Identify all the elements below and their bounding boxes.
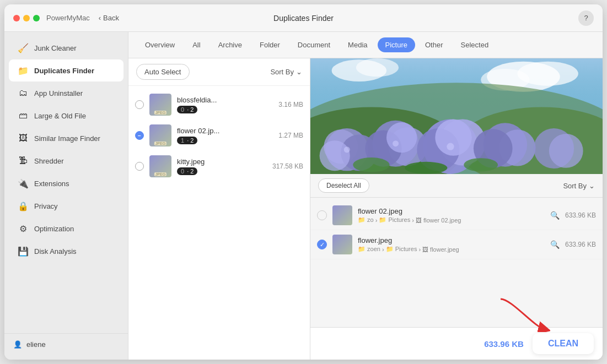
sidebar-footer: 👤 eliene <box>4 333 128 355</box>
file-info-2: kitty.jpeg 0 · 2 <box>177 157 267 175</box>
maximize-button[interactable] <box>33 15 40 21</box>
sidebar-icon-9: 💾 <box>18 246 29 257</box>
tab-bar: OverviewAllArchiveFolderDocumentMediaPic… <box>128 32 603 58</box>
sort-chevron-icon: ⌄ <box>296 68 302 76</box>
main-window: PowerMyMac ‹ Back Duplicates Finder ? 🧹 … <box>4 4 603 360</box>
preview-checkbox-0[interactable] <box>317 210 327 220</box>
sort-by-label: Sort By <box>270 68 294 76</box>
file-list-item[interactable]: JPEG blossfeldia... 0 · 2 3.16 MB <box>128 89 310 120</box>
sidebar-label-5: Shredder <box>34 157 63 165</box>
titlebar: PowerMyMac ‹ Back Duplicates Finder ? <box>4 4 603 32</box>
preview-checkbox-1[interactable]: ✓ <box>317 240 327 249</box>
sidebar-item-privacy[interactable]: 🔒 Privacy <box>9 195 123 217</box>
auto-select-button[interactable]: Auto Select <box>136 64 190 80</box>
preview-file-info-1: flower.jpeg 📁 zoen › 📁 Pictures › 🖼 flow… <box>358 236 545 253</box>
help-button[interactable]: ? <box>578 10 594 26</box>
svg-point-30 <box>353 157 389 172</box>
preview-file-name-1: flower.jpeg <box>358 236 545 245</box>
file-list-header: Auto Select Sort By ⌄ <box>128 58 310 86</box>
preview-sort-chevron-icon: ⌄ <box>589 182 595 190</box>
file-list-item[interactable]: − JPEG flower 02.jp... 1 · 2 1.27 MB <box>128 120 310 151</box>
sidebar-icon-7: 🔒 <box>18 200 29 211</box>
tab-archive[interactable]: Archive <box>211 37 250 52</box>
badge-a-2: 0 · 2 <box>177 167 197 175</box>
sidebar-icon-8: ⚙ <box>18 223 29 234</box>
file-checkbox-1[interactable]: − <box>135 131 144 140</box>
sidebar-item-app-uninstaller[interactable]: 🗂 App Uninstaller <box>9 82 123 104</box>
file-badges-2: 0 · 2 <box>177 167 267 175</box>
path-folder-icon-1: 📁 zoen <box>358 246 380 253</box>
deselect-all-button[interactable]: Deselect All <box>318 178 369 193</box>
preview-image <box>310 58 603 174</box>
sidebar-item-disk-analysis[interactable]: 💾 Disk Analysis <box>9 240 123 262</box>
tab-folder[interactable]: Folder <box>252 37 288 52</box>
preview-file-item[interactable]: ✓ flower.jpeg 📁 zoen › 📁 Pictures › 🖼 fl… <box>310 230 603 259</box>
user-avatar-icon: 👤 <box>13 340 22 349</box>
sidebar-item-large-and-old-file[interactable]: 🗃 Large & Old File <box>9 105 123 127</box>
preview-file-item[interactable]: flower 02.jpeg 📁 zo › 📁 Pictures › 🖼 flo… <box>310 201 603 230</box>
preview-file-path-0: 📁 zo › 📁 Pictures › 🖼 flower 02.jpeg <box>358 216 545 224</box>
sidebar-label-0: Junk Cleaner <box>34 44 77 52</box>
path-subfolder-0: 📁 Pictures <box>379 216 410 224</box>
preview-sort-button[interactable]: Sort By ⌄ <box>563 182 595 190</box>
sidebar-item-extensions[interactable]: 🔌 Extensions <box>9 172 123 194</box>
svg-point-32 <box>464 158 498 171</box>
svg-point-26 <box>549 134 583 168</box>
search-icon-1[interactable]: 🔍 <box>550 240 560 249</box>
tab-all[interactable]: All <box>185 37 208 52</box>
tab-media[interactable]: Media <box>340 37 375 52</box>
path-sep-2-0: › <box>412 217 414 224</box>
total-size-label: 633.96 KB <box>484 339 524 349</box>
file-list-item[interactable]: JPEG kitty.jpeg 0 · 2 317.58 KB <box>128 151 310 182</box>
search-icon-0[interactable]: 🔍 <box>550 211 560 220</box>
path-file-0: 🖼 flower 02.jpeg <box>416 217 461 224</box>
preview-file-path-1: 📁 zoen › 📁 Pictures › 🖼 flower.jpeg <box>358 246 545 253</box>
file-info-1: flower 02.jp... 1 · 2 <box>177 127 273 144</box>
tab-document[interactable]: Document <box>290 37 338 52</box>
file-thumb-1: JPEG <box>149 124 171 146</box>
sidebar-item-shredder[interactable]: 🗜 Shredder <box>9 150 123 172</box>
close-button[interactable] <box>13 15 20 21</box>
sidebar-label-7: Privacy <box>34 202 58 210</box>
preview-thumb-0 <box>332 205 352 225</box>
sidebar-item-similar-image-finder[interactable]: 🖼 Similar Image Finder <box>9 127 123 149</box>
svg-point-17 <box>386 122 417 153</box>
file-list-sort-button[interactable]: Sort By ⌄ <box>270 68 302 76</box>
file-name-0: blossfeldia... <box>177 96 273 104</box>
minimize-button[interactable] <box>23 15 30 21</box>
sidebar-icon-5: 🗜 <box>18 155 29 166</box>
file-checkbox-0[interactable] <box>135 100 144 109</box>
tab-other[interactable]: Other <box>417 37 451 52</box>
sidebar-icon-6: 🔌 <box>18 178 29 189</box>
svg-point-13 <box>320 140 350 171</box>
clean-button[interactable]: CLEAN <box>533 333 594 354</box>
sidebar-label-2: App Uninstaller <box>34 89 83 97</box>
file-thumb-0: JPEG <box>149 94 171 116</box>
preview-file-size-1: 633.96 KB <box>565 241 596 248</box>
app-logo: PowerMyMac <box>46 14 90 22</box>
sidebar-item-junk-cleaner[interactable]: 🧹 Junk Cleaner <box>9 37 123 59</box>
preview-sort-label: Sort By <box>563 182 587 190</box>
file-checkbox-2[interactable] <box>135 162 144 171</box>
file-badges-1: 1 · 2 <box>177 137 273 144</box>
back-button[interactable]: ‹ Back <box>99 14 119 22</box>
back-label: Back <box>103 14 119 22</box>
sidebar-icon-0: 🧹 <box>18 42 29 53</box>
content-area: OverviewAllArchiveFolderDocumentMediaPic… <box>128 32 603 360</box>
tab-picture[interactable]: Picture <box>378 37 415 52</box>
preview-file-name-0: flower 02.jpeg <box>358 207 545 215</box>
tab-selected[interactable]: Selected <box>453 37 497 52</box>
sidebar-item-duplicates-finder[interactable]: 📁 Duplicates Finder <box>9 59 123 82</box>
sidebar-icon-4: 🖼 <box>18 133 29 144</box>
preview-file-size-0: 633.96 KB <box>565 211 596 219</box>
svg-point-28 <box>393 140 399 146</box>
svg-point-6 <box>356 58 399 77</box>
preview-controls: Deselect All Sort By ⌄ <box>310 174 603 198</box>
tab-overview[interactable]: Overview <box>137 37 182 52</box>
file-list-panel: Auto Select Sort By ⌄ JPEG blossfeldia..… <box>128 58 310 360</box>
path-sep-1-0: › <box>375 217 378 224</box>
preview-thumb-1 <box>332 235 352 254</box>
file-badges-0: 0 · 2 <box>177 106 273 113</box>
split-content: Auto Select Sort By ⌄ JPEG blossfeldia..… <box>128 58 603 360</box>
sidebar-item-optimization[interactable]: ⚙ Optimization <box>9 218 123 240</box>
